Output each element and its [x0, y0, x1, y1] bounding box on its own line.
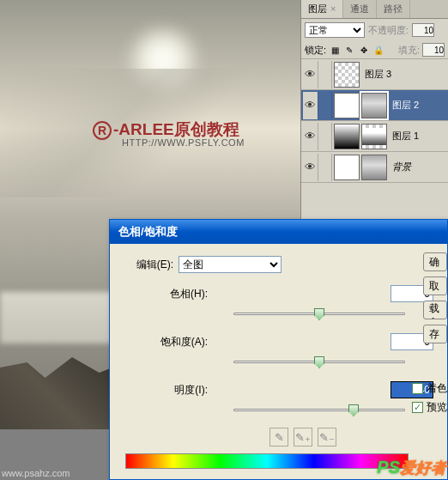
cancel-button[interactable]: 取	[423, 276, 447, 295]
edit-select[interactable]: 全图	[179, 256, 282, 273]
link-col[interactable]	[320, 61, 332, 88]
layer-name[interactable]: 图层 3	[361, 68, 446, 81]
tab-paths[interactable]: 路径	[377, 0, 410, 18]
layer-row-bg[interactable]: 👁 背景	[301, 152, 448, 183]
lightness-row: 明度(I):	[122, 381, 439, 398]
wm-ps: PS	[377, 458, 400, 477]
dialog-title-bar[interactable]: 色相/饱和度	[110, 220, 447, 244]
mask-thumb[interactable]	[334, 155, 360, 180]
link-col[interactable]	[320, 123, 332, 150]
edit-label: 编辑(E):	[122, 258, 173, 272]
layer-thumb[interactable]	[361, 155, 387, 180]
visibility-toggle[interactable]: 👁	[303, 61, 318, 88]
eyedropper-icon[interactable]: ✎	[269, 428, 288, 447]
mask-thumb[interactable]	[334, 124, 360, 149]
lightness-label: 明度(I):	[148, 383, 208, 398]
hue-slider[interactable]	[233, 307, 405, 321]
colorize-label: 着色	[427, 381, 447, 396]
checkbox-icon	[412, 402, 423, 413]
dialog-buttons: 确 取 载入 存	[423, 252, 447, 343]
blend-mode-select[interactable]: 正常	[305, 22, 365, 38]
saturation-slider-thumb[interactable]	[314, 356, 324, 368]
hue-row: 色相(H):	[122, 285, 439, 302]
visibility-toggle[interactable]: 👁	[303, 92, 318, 119]
lock-move-icon[interactable]: ✥	[358, 44, 370, 56]
panel-tabs: 图层× 通道 路径	[301, 0, 448, 19]
slider-groove	[233, 409, 405, 411]
lightness-slider[interactable]	[233, 404, 405, 417]
tab-close-icon[interactable]: ×	[330, 3, 336, 14]
visibility-toggle[interactable]: 👁	[303, 154, 318, 181]
blend-opacity-row: 正常 不透明度:	[301, 19, 448, 41]
edit-row: 编辑(E): 全图	[122, 256, 439, 273]
bottom-watermark-url: www.psahz.com	[2, 468, 70, 478]
layer-thumb[interactable]	[334, 62, 360, 88]
lock-brush-icon[interactable]: ✎	[343, 44, 355, 56]
layer-name[interactable]: 背景	[389, 161, 446, 173]
hue-saturation-dialog: 色相/饱和度 编辑(E): 全图 色相(H): 饱和度(A): 明度(I):	[109, 219, 448, 480]
lightness-slider-thumb[interactable]	[348, 404, 359, 416]
layer-thumb[interactable]	[361, 124, 387, 149]
watermark-logo-text: -ARLEE原创教程	[113, 120, 239, 138]
layer-row-2[interactable]: 👁 图层 2	[301, 90, 448, 121]
watermark-url: HTTP://WWW.PSFLY.COM	[122, 137, 245, 148]
link-col[interactable]	[320, 154, 332, 181]
layer-thumb[interactable]	[361, 93, 387, 118]
fill-input[interactable]	[422, 43, 445, 57]
lock-transparent-icon[interactable]: ▦	[329, 44, 341, 56]
fill-label: 填充:	[398, 44, 420, 57]
eyedropper-subtract-icon[interactable]: ✎₋	[318, 428, 336, 447]
tab-layers-label: 图层	[308, 3, 327, 14]
preview-checkbox[interactable]: 预览	[412, 400, 447, 415]
load-button[interactable]: 载入	[423, 301, 447, 319]
eye-icon: 👁	[305, 99, 316, 112]
lock-label: 锁定:	[305, 44, 326, 57]
layer-row-1[interactable]: 👁 图层 1	[301, 121, 448, 152]
hue-strip	[125, 453, 409, 469]
saturation-slider[interactable]	[233, 355, 405, 369]
colorize-checkbox[interactable]: 着色	[412, 381, 447, 396]
ok-button[interactable]: 确	[423, 252, 447, 271]
eye-icon: 👁	[305, 68, 316, 81]
eyedropper-add-icon[interactable]: ✎₊	[294, 428, 312, 447]
bottom-watermark-logo: PS爱好者	[377, 458, 446, 478]
layer-row-3[interactable]: 👁 图层 3	[301, 59, 448, 90]
layers-panel: 图层× 通道 路径 正常 不透明度: 锁定: ▦ ✎ ✥ 🔒 填充: 👁 图层 …	[300, 0, 448, 223]
checkbox-icon	[412, 383, 423, 394]
visibility-toggle[interactable]: 👁	[303, 123, 318, 150]
tab-layers[interactable]: 图层×	[301, 0, 343, 18]
save-button[interactable]: 存	[423, 325, 447, 343]
hue-slider-thumb[interactable]	[314, 308, 324, 320]
eyedropper-group: ✎ ✎₊ ✎₋	[269, 428, 336, 447]
saturation-row: 饱和度(A):	[122, 333, 439, 350]
lock-all-icon[interactable]: 🔒	[372, 44, 384, 56]
preview-label: 预览	[427, 400, 447, 415]
layers-list: 👁 图层 3 👁 图层 2 👁 图层 1 👁 背景	[301, 59, 448, 183]
saturation-label: 饱和度(A):	[148, 335, 208, 349]
link-col[interactable]	[320, 92, 332, 119]
hue-label: 色相(H):	[148, 287, 208, 301]
layer-name[interactable]: 图层 1	[389, 130, 446, 143]
layer-name[interactable]: 图层 2	[389, 99, 446, 112]
eye-icon: 👁	[305, 161, 316, 173]
mask-thumb[interactable]	[334, 93, 360, 118]
opacity-label: 不透明度:	[368, 24, 409, 37]
tab-channels[interactable]: 通道	[343, 0, 377, 18]
opacity-input[interactable]	[412, 23, 434, 37]
r-circle-icon: R	[93, 121, 112, 140]
eye-icon: 👁	[305, 130, 316, 143]
dialog-body: 编辑(E): 全图 色相(H): 饱和度(A): 明度(I):	[110, 244, 447, 479]
lock-row: 锁定: ▦ ✎ ✥ 🔒 填充:	[301, 41, 448, 59]
wm-ahz: 爱好者	[400, 459, 446, 477]
